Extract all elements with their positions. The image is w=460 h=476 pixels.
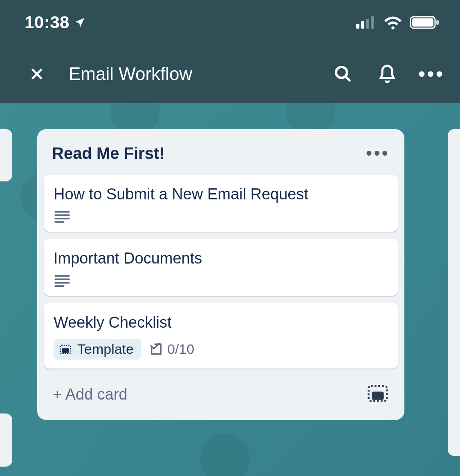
battery-icon: [410, 16, 440, 29]
board-header: Email Workflow •••: [0, 45, 460, 103]
card-badges: [54, 210, 388, 223]
svg-rect-9: [62, 348, 69, 353]
list: Read Me First! ••• How to Submit a New E…: [37, 129, 404, 420]
card[interactable]: How to Submit a New Email Request: [44, 175, 398, 232]
template-icon: [58, 343, 72, 355]
status-time-group: 10:38: [25, 13, 86, 32]
location-arrow-icon: [74, 16, 86, 29]
cards-container: How to Submit a New Email Request Import…: [44, 175, 398, 370]
checklist-icon: [149, 342, 163, 356]
svg-rect-11: [372, 392, 384, 400]
card-title: Weekly Checklist: [54, 314, 388, 331]
search-icon: [334, 65, 352, 83]
adjacent-list-left[interactable]: [0, 129, 12, 181]
close-button[interactable]: [25, 62, 49, 86]
list-menu-button[interactable]: •••: [366, 143, 390, 163]
list-footer: + Add card: [44, 370, 398, 413]
board-title[interactable]: Email Workflow: [69, 64, 311, 84]
card[interactable]: Important Documents: [44, 239, 398, 296]
more-horizontal-icon: •••: [366, 143, 390, 163]
card-title: Important Documents: [54, 250, 388, 267]
svg-rect-3: [371, 16, 374, 29]
close-icon: [29, 66, 45, 82]
more-horizontal-icon: •••: [418, 62, 445, 86]
card[interactable]: Weekly Checklist Template: [44, 303, 398, 369]
board-menu-button[interactable]: •••: [419, 62, 444, 86]
card-title: How to Submit a New Email Request: [54, 185, 388, 203]
svg-point-7: [336, 67, 347, 78]
cellular-signal-icon: [356, 16, 376, 29]
template-icon: [367, 384, 389, 403]
svg-rect-2: [366, 19, 369, 29]
bell-icon: [377, 64, 397, 84]
adjacent-list-right[interactable]: [448, 129, 460, 456]
checklist-count: 0/10: [167, 341, 194, 357]
list-title[interactable]: Read Me First!: [52, 144, 165, 163]
card-badges: Template 0/10: [54, 339, 388, 360]
search-button[interactable]: [331, 62, 355, 86]
list-header: Read Me First! •••: [44, 143, 398, 175]
adjacent-list-left-lower[interactable]: [0, 413, 12, 467]
checklist-badge: 0/10: [149, 341, 194, 357]
status-time: 10:38: [25, 13, 70, 32]
description-icon: [54, 275, 71, 287]
template-badge: Template: [54, 339, 141, 360]
svg-rect-0: [356, 24, 359, 29]
svg-rect-5: [412, 18, 433, 27]
status-indicators: [356, 15, 440, 30]
wifi-icon: [383, 15, 403, 30]
card-badges: [54, 275, 388, 287]
description-icon: [54, 210, 71, 223]
svg-rect-1: [361, 21, 364, 29]
template-badge-label: Template: [77, 341, 134, 357]
add-card-button[interactable]: + Add card: [53, 386, 128, 403]
status-bar: 10:38: [0, 0, 460, 45]
create-from-template-button[interactable]: [367, 384, 389, 404]
notifications-button[interactable]: [375, 62, 399, 86]
svg-rect-6: [436, 20, 439, 25]
board-area[interactable]: Read Me First! ••• How to Submit a New E…: [0, 103, 460, 476]
